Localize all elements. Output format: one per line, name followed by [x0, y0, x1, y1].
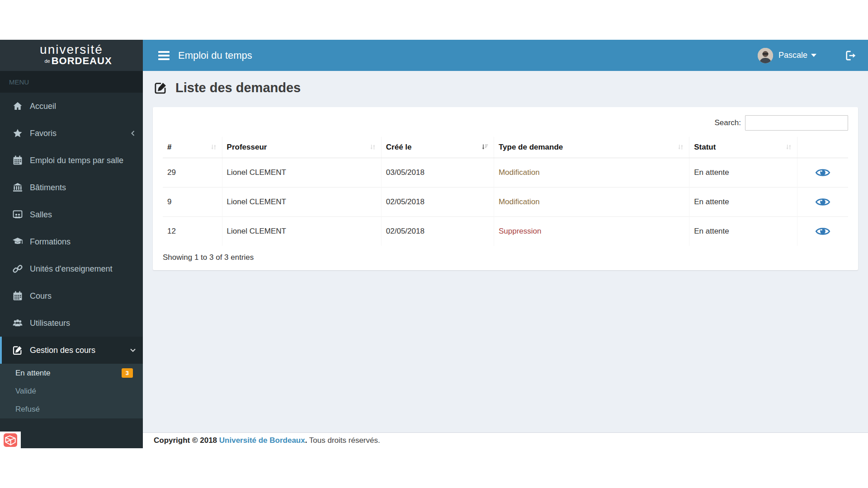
sidebar-item-gestion-des-cours[interactable]: Gestion des cours	[0, 337, 143, 364]
copyright-text: Copyright © 2018	[154, 436, 219, 445]
search-label: Search:	[714, 118, 741, 127]
request-id: 29	[163, 158, 222, 188]
calendar-icon	[12, 155, 24, 166]
laravel-icon	[3, 433, 18, 447]
request-professor: Lionel CLEMENT	[222, 188, 381, 217]
sidebar-item-unites-enseignement[interactable]: Unités d'enseignement	[0, 255, 143, 282]
table-row: 29 Lionel CLEMENT 03/05/2018 Modificatio…	[163, 158, 848, 188]
avatar	[758, 48, 773, 63]
request-status: En attente	[689, 188, 797, 217]
sort-icon	[677, 143, 684, 151]
caret-down-icon	[811, 54, 816, 57]
navbar-right: Pascale	[758, 40, 868, 71]
sidebar-submenu: En attente 3 Validé Refusé	[0, 364, 143, 418]
sort-icon	[369, 143, 377, 151]
column-header-actions	[797, 137, 848, 158]
view-request-button[interactable]	[815, 225, 830, 237]
request-created: 02/05/2018	[381, 217, 494, 246]
sidebar-item-accueil[interactable]: Accueil	[0, 93, 143, 120]
column-header-cree-le[interactable]: Créé le	[381, 137, 494, 158]
chevron-down-icon	[129, 347, 137, 354]
edit-icon	[12, 345, 24, 356]
requests-panel: Search: # Professeu	[153, 107, 858, 270]
sidebar-item-salles[interactable]: Salles	[0, 201, 143, 228]
edit-icon	[154, 81, 168, 95]
university-link[interactable]: Université de Bordeaux	[219, 436, 305, 445]
laravel-debugbar-button[interactable]	[0, 432, 21, 448]
sign-out-icon[interactable]	[844, 50, 856, 61]
eye-icon	[815, 167, 830, 178]
sidebar: université deBORDEAUX MENU Accueil Favor…	[0, 40, 143, 448]
table-header-row: # Professeur Créé le Type de demande	[163, 137, 848, 158]
column-header-statut[interactable]: Statut	[689, 137, 797, 158]
request-created: 03/05/2018	[381, 158, 494, 188]
content: Liste des demandes Search: #	[143, 80, 868, 270]
submenu-item-refuse[interactable]: Refusé	[0, 400, 143, 418]
app-title: Emploi du temps	[178, 40, 252, 71]
graduation-cap-icon	[12, 236, 24, 247]
eye-icon	[815, 196, 830, 208]
request-status: En attente	[689, 158, 797, 188]
request-professor: Lionel CLEMENT	[222, 158, 381, 188]
request-id: 12	[163, 217, 222, 246]
requests-table: # Professeur Créé le Type de demande	[163, 137, 848, 246]
view-request-button[interactable]	[815, 196, 830, 208]
home-icon	[12, 101, 24, 112]
footer: Copyright © 2018 Université de Bordeaux.…	[143, 432, 868, 448]
app-window: université deBORDEAUX MENU Accueil Favor…	[0, 40, 868, 448]
sidebar-toggle-button[interactable]	[151, 40, 176, 71]
table-row: 9 Lionel CLEMENT 02/05/2018 Modification…	[163, 188, 848, 217]
request-type: Modification	[494, 158, 689, 188]
logo-text-universite: université	[0, 43, 143, 56]
sort-icon	[785, 143, 793, 151]
chevron-left-icon	[129, 130, 137, 137]
submenu-item-en-attente[interactable]: En attente 3	[0, 364, 143, 382]
sidebar-item-batiments[interactable]: Bâtiments	[0, 174, 143, 201]
top-navbar: Emploi du temps Pascale	[143, 40, 868, 71]
sort-desc-icon	[481, 143, 489, 151]
search-row: Search:	[163, 115, 848, 131]
star-icon	[12, 128, 24, 139]
request-type: Modification	[494, 188, 689, 217]
calendar-icon	[12, 291, 24, 301]
sort-icon	[210, 143, 217, 151]
bank-icon	[12, 182, 24, 193]
request-id: 9	[163, 188, 222, 217]
rights-text: Tous droits réservés.	[309, 436, 380, 445]
page-title: Liste des demandes	[154, 80, 858, 95]
table-row: 12 Lionel CLEMENT 02/05/2018 Suppression…	[163, 217, 848, 246]
sidebar-item-utilisateurs[interactable]: Utilisateurs	[0, 310, 143, 337]
link-icon	[12, 263, 24, 274]
column-header-id[interactable]: #	[163, 137, 222, 158]
sidebar-menu: Accueil Favoris Emploi du temps par sall…	[0, 93, 143, 364]
logo-text-bordeaux: deBORDEAUX	[0, 56, 143, 67]
request-type: Suppression	[494, 217, 689, 246]
users-icon	[12, 318, 24, 328]
submenu-item-valide[interactable]: Validé	[0, 382, 143, 400]
eye-icon	[815, 225, 830, 237]
table-info: Showing 1 to 3 of 3 entries	[163, 253, 848, 262]
request-status: En attente	[689, 217, 797, 246]
sidebar-item-favoris[interactable]: Favoris	[0, 120, 143, 147]
user-dropdown[interactable]: Pascale	[758, 48, 816, 63]
sidebar-item-emploi-du-temps-par-salle[interactable]: Emploi du temps par salle	[0, 147, 143, 174]
main-area: Emploi du temps Pascale Liste des demand…	[143, 40, 868, 448]
view-request-button[interactable]	[815, 167, 830, 178]
university-logo[interactable]: université deBORDEAUX	[0, 40, 143, 71]
sidebar-item-cours[interactable]: Cours	[0, 282, 143, 310]
sidebar-menu-header: MENU	[0, 71, 143, 93]
user-name: Pascale	[778, 51, 807, 60]
request-professor: Lionel CLEMENT	[222, 217, 381, 246]
sidebar-item-formations[interactable]: Formations	[0, 228, 143, 255]
pending-count-badge: 3	[122, 368, 133, 378]
screen-users-icon	[12, 209, 24, 220]
column-header-type-de-demande[interactable]: Type de demande	[494, 137, 689, 158]
search-input[interactable]	[745, 115, 848, 131]
request-created: 02/05/2018	[381, 188, 494, 217]
column-header-professeur[interactable]: Professeur	[222, 137, 381, 158]
